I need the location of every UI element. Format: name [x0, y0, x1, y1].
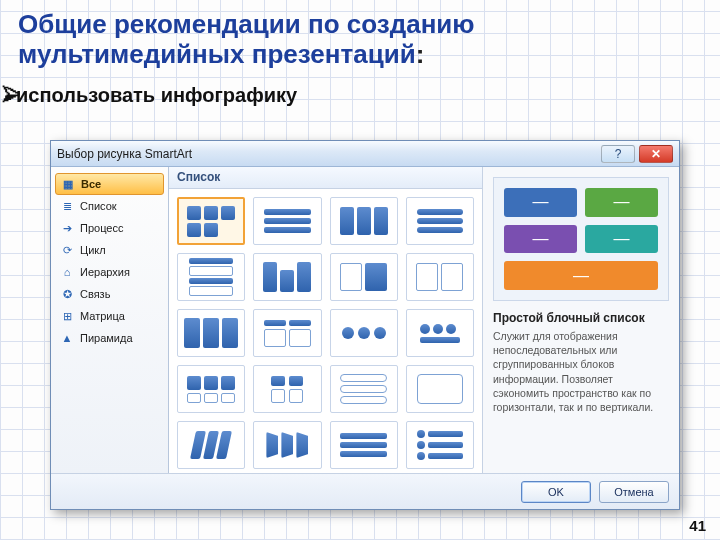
category-item[interactable]: ≣Список: [55, 195, 164, 217]
gallery-thumb[interactable]: [253, 253, 321, 301]
preview-tile: —: [504, 188, 577, 217]
help-icon: ?: [615, 147, 622, 161]
category-icon: ▦: [61, 177, 75, 191]
preview-tile: —: [585, 225, 658, 254]
gallery-thumb[interactable]: [177, 197, 245, 245]
category-icon: ≣: [60, 199, 74, 213]
gallery-thumb[interactable]: [330, 365, 398, 413]
gallery-thumb[interactable]: [330, 197, 398, 245]
gallery-thumb[interactable]: [177, 309, 245, 357]
ok-button[interactable]: OK: [521, 481, 591, 503]
category-icon: ⌂: [60, 265, 74, 279]
category-item[interactable]: ⟳Цикл: [55, 239, 164, 261]
category-icon: ▲: [60, 331, 74, 345]
category-item[interactable]: ✪Связь: [55, 283, 164, 305]
category-label: Пирамида: [80, 332, 133, 344]
dialog-title: Выбор рисунка SmartArt: [57, 147, 192, 161]
dialog-titlebar[interactable]: Выбор рисунка SmartArt ? ✕: [51, 141, 679, 167]
category-item[interactable]: ▲Пирамида: [55, 327, 164, 349]
category-icon: ✪: [60, 287, 74, 301]
cancel-button[interactable]: Отмена: [599, 481, 669, 503]
smartart-dialog: Выбор рисунка SmartArt ? ✕ ▦Все≣Список➔П…: [50, 140, 680, 510]
gallery-thumb[interactable]: [406, 365, 474, 413]
gallery-thumb[interactable]: [177, 365, 245, 413]
category-label: Матрица: [80, 310, 125, 322]
category-label: Процесс: [80, 222, 123, 234]
close-icon: ✕: [651, 147, 661, 161]
dialog-footer: OK Отмена: [51, 473, 679, 509]
gallery-thumb[interactable]: [253, 365, 321, 413]
gallery-thumb[interactable]: [406, 253, 474, 301]
gallery-thumb[interactable]: [330, 309, 398, 357]
gallery-thumb[interactable]: [406, 197, 474, 245]
help-button[interactable]: ?: [601, 145, 635, 163]
gallery-header: Список: [169, 167, 482, 189]
category-icon: ➔: [60, 221, 74, 235]
category-item[interactable]: ▦Все: [55, 173, 164, 195]
preview-tile: —: [504, 225, 577, 254]
gallery-grid[interactable]: [169, 189, 482, 473]
category-icon: ⟳: [60, 243, 74, 257]
category-label: Связь: [80, 288, 110, 300]
category-icon: ⊞: [60, 309, 74, 323]
category-label: Список: [80, 200, 117, 212]
preview-canvas: —————: [493, 177, 669, 301]
gallery-thumb[interactable]: [406, 309, 474, 357]
slide-title: Общие рекомендации по созданию мультимед…: [0, 0, 720, 72]
category-list: ▦Все≣Список➔Процесс⟳Цикл⌂Иерархия✪Связь⊞…: [51, 167, 169, 473]
category-item[interactable]: ⊞Матрица: [55, 305, 164, 327]
gallery-thumb[interactable]: [177, 253, 245, 301]
gallery-thumb[interactable]: [177, 421, 245, 469]
preview-tile: —: [585, 188, 658, 217]
preview-panel: ————— Простой блочный список Служит для …: [483, 167, 679, 473]
category-label: Иерархия: [80, 266, 130, 278]
category-item[interactable]: ➔Процесс: [55, 217, 164, 239]
page-number: 41: [689, 517, 706, 534]
category-label: Все: [81, 178, 101, 190]
category-item[interactable]: ⌂Иерархия: [55, 261, 164, 283]
preview-title: Простой блочный список: [493, 311, 669, 325]
preview-tile: —: [504, 261, 658, 290]
gallery-panel: Список: [169, 167, 483, 473]
gallery-thumb[interactable]: [253, 309, 321, 357]
gallery-thumb[interactable]: [330, 421, 398, 469]
close-button[interactable]: ✕: [639, 145, 673, 163]
gallery-thumb[interactable]: [253, 421, 321, 469]
gallery-thumb[interactable]: [330, 253, 398, 301]
gallery-thumb[interactable]: [253, 197, 321, 245]
slide-bullet: ⮚использовать инфографику: [0, 72, 720, 117]
category-label: Цикл: [80, 244, 106, 256]
preview-description: Служит для отображения непоследовательны…: [493, 329, 669, 414]
gallery-thumb[interactable]: [406, 421, 474, 469]
